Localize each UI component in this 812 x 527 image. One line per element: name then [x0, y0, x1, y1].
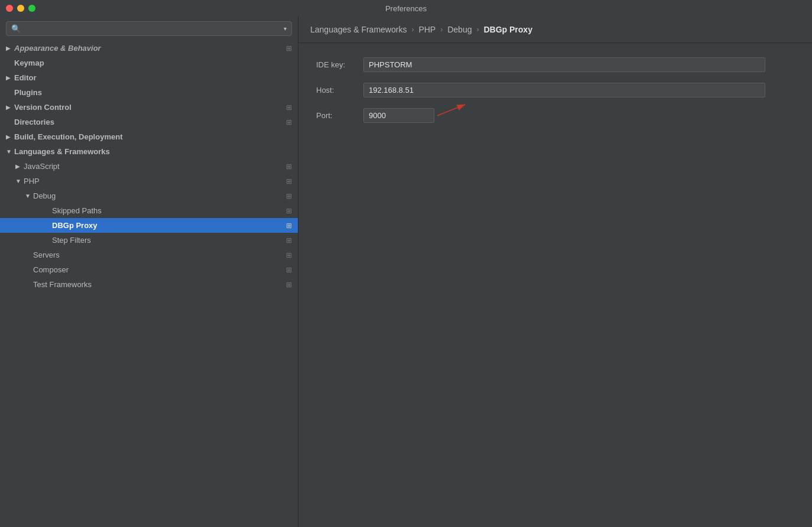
search-icon: 🔍 [11, 24, 21, 33]
port-label: Port: [316, 111, 363, 120]
sync-icon: ⊞ [286, 266, 292, 274]
settings-content: IDE key: Host: [298, 43, 812, 527]
sidebar-item-version-control[interactable]: ▶ Version Control ⊞ [0, 100, 298, 115]
sidebar-item-label: Servers [33, 251, 284, 259]
sidebar-item-label: Build, Execution, Deployment [14, 132, 292, 141]
content-panel: Languages & Frameworks › PHP › Debug › D… [298, 17, 812, 527]
breadcrumb-debug: Debug [447, 25, 472, 34]
sidebar-item-label: Plugins [14, 88, 292, 97]
sidebar-item-label: JavaScript [24, 162, 284, 171]
host-row: Host: [316, 83, 794, 97]
expand-icon: ▶ [6, 74, 14, 81]
expand-icon: ▶ [6, 104, 14, 110]
expand-icon: ▼ [15, 178, 24, 184]
host-input[interactable] [363, 83, 765, 97]
window-title: Preferences [385, 4, 427, 13]
breadcrumb-sep-2: › [440, 25, 443, 34]
sync-icon: ⊞ [286, 251, 292, 259]
title-bar: Preferences [0, 0, 812, 17]
maximize-button[interactable] [28, 5, 35, 12]
sidebar-item-label: Step Filters [52, 236, 284, 245]
nav-tree: ▶ Appearance & Behavior ⊞ Keymap ▶ Edito… [0, 41, 298, 527]
red-arrow-annotation [434, 100, 476, 121]
sidebar-item-javascript[interactable]: ▶ JavaScript ⊞ [0, 159, 298, 174]
sidebar-item-label: Appearance & Behavior [14, 44, 284, 53]
search-bar: 🔍 ▾ [0, 17, 298, 41]
sidebar-item-label: Languages & Frameworks [14, 147, 292, 156]
sync-icon: ⊞ [286, 44, 292, 53]
sidebar-item-label: Directories [14, 118, 284, 126]
minimize-button[interactable] [17, 5, 24, 12]
red-arrow-svg [434, 100, 476, 118]
sidebar-item-dbgp-proxy[interactable]: DBGp Proxy ⊞ [0, 218, 298, 233]
sidebar-item-label: DBGp Proxy [52, 221, 284, 230]
breadcrumb-sep-1: › [411, 25, 414, 34]
port-row: Port: [316, 108, 794, 123]
sync-icon: ⊞ [286, 207, 292, 215]
search-wrapper[interactable]: 🔍 ▾ [6, 21, 292, 36]
sync-icon: ⊞ [286, 162, 292, 171]
ide-key-label: IDE key: [316, 60, 363, 69]
sidebar-item-languages[interactable]: ▼ Languages & Frameworks [0, 144, 298, 159]
ide-key-input[interactable] [363, 57, 765, 72]
expand-icon: ▼ [6, 148, 14, 155]
sync-icon: ⊞ [286, 222, 292, 230]
close-button[interactable] [6, 5, 13, 12]
breadcrumb-bar: Languages & Frameworks › PHP › Debug › D… [298, 17, 812, 43]
sidebar-item-label: Keymap [14, 58, 292, 67]
sync-icon: ⊞ [286, 118, 292, 126]
ide-key-row: IDE key: [316, 57, 794, 72]
sidebar-item-build[interactable]: ▶ Build, Execution, Deployment [0, 129, 298, 144]
sidebar-item-skipped-paths[interactable]: Skipped Paths ⊞ [0, 203, 298, 218]
search-dropdown-icon[interactable]: ▾ [284, 25, 287, 32]
port-input[interactable] [363, 108, 434, 123]
breadcrumb-dbgp: DBGp Proxy [483, 25, 532, 34]
sidebar-item-label: Editor [14, 73, 292, 82]
sidebar-item-label: Test Frameworks [33, 280, 284, 289]
expand-icon: ▶ [6, 45, 14, 51]
breadcrumb-languages: Languages & Frameworks [310, 25, 407, 34]
sidebar-item-keymap[interactable]: Keymap [0, 56, 298, 70]
sidebar-item-php[interactable]: ▼ PHP ⊞ [0, 174, 298, 188]
sidebar-item-editor[interactable]: ▶ Editor [0, 70, 298, 85]
sidebar-item-label: PHP [24, 177, 284, 186]
sync-icon: ⊞ [286, 103, 292, 112]
sidebar-item-label: Version Control [14, 103, 284, 112]
sidebar-item-plugins[interactable]: Plugins [0, 85, 298, 100]
sidebar-item-directories[interactable]: Directories ⊞ [0, 115, 298, 129]
search-input[interactable] [23, 24, 281, 33]
sidebar-item-label: Skipped Paths [52, 206, 284, 215]
sidebar-item-servers[interactable]: Servers ⊞ [0, 248, 298, 262]
sidebar: 🔍 ▾ ▶ Appearance & Behavior ⊞ Keymap ▶ E… [0, 17, 298, 527]
sync-icon: ⊞ [286, 236, 292, 245]
main-layout: 🔍 ▾ ▶ Appearance & Behavior ⊞ Keymap ▶ E… [0, 17, 812, 527]
expand-icon: ▶ [6, 134, 14, 140]
window-controls [6, 5, 35, 12]
sync-icon: ⊞ [286, 192, 292, 200]
sidebar-item-composer[interactable]: Composer ⊞ [0, 262, 298, 277]
host-input-container [363, 83, 765, 97]
sync-icon: ⊞ [286, 177, 292, 186]
sidebar-item-label: Debug [33, 191, 284, 200]
breadcrumb: Languages & Frameworks › PHP › Debug › D… [310, 25, 800, 34]
sidebar-item-test-frameworks[interactable]: Test Frameworks ⊞ [0, 277, 298, 292]
sidebar-item-label: Composer [33, 265, 284, 274]
expand-icon: ▼ [25, 193, 33, 199]
breadcrumb-sep-3: › [476, 25, 479, 34]
sidebar-item-debug[interactable]: ▼ Debug ⊞ [0, 188, 298, 203]
svg-line-1 [437, 105, 465, 116]
sidebar-item-appearance[interactable]: ▶ Appearance & Behavior ⊞ [0, 41, 298, 56]
host-label: Host: [316, 86, 363, 95]
sidebar-item-step-filters[interactable]: Step Filters ⊞ [0, 233, 298, 248]
breadcrumb-php: PHP [418, 25, 436, 34]
expand-icon: ▶ [15, 163, 24, 170]
sync-icon: ⊞ [286, 281, 292, 289]
